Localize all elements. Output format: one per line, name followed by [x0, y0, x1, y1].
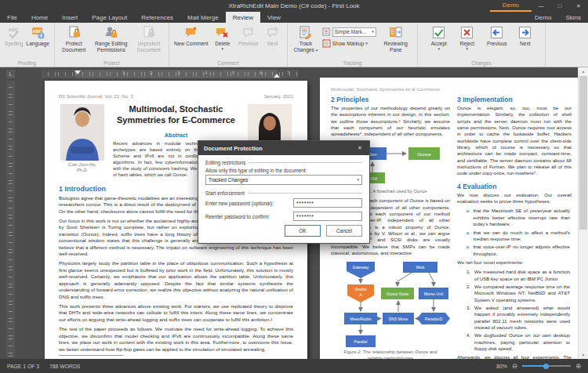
- start-enforcement-group: Start enforcement: [205, 190, 362, 196]
- zoom-slider-thumb[interactable]: [543, 364, 549, 369]
- svg-text:Ounce Node: Ounce Node: [387, 292, 409, 296]
- zoom-in-icon[interactable]: ⊕: [575, 363, 581, 370]
- vertical-ruler[interactable]: [6, 81, 15, 357]
- scrollbar-thumb[interactable]: [579, 76, 587, 230]
- range-editing-permissions-button[interactable]: Range Editing Permissions: [90, 24, 132, 53]
- paragraph: We now discuss our evaluation. Our overa…: [457, 192, 572, 205]
- dialog-title: Document Protection: [204, 145, 263, 152]
- track-changes-button[interactable]: Track Changes ▾: [291, 24, 321, 53]
- left-indent-marker[interactable]: [74, 71, 81, 74]
- horizontal-ruler[interactable]: 1 2 3 4 5 6 7: [42, 70, 299, 78]
- minimize-icon[interactable]: —: [532, 0, 550, 12]
- unprotect-document-icon: [142, 26, 155, 39]
- paragraph: The rest of the paper proceeds as follow…: [59, 326, 293, 353]
- new-comment-icon: [184, 26, 198, 39]
- paragraph: This work presents three advances above …: [59, 303, 293, 323]
- spelling-button[interactable]: ABC Spelling: [3, 24, 24, 47]
- accept-icon: [432, 26, 445, 39]
- tab-insert[interactable]: Insert: [55, 12, 85, 23]
- unprotect-document-button[interactable]: Unprotect Document: [132, 24, 165, 53]
- zoom-out-icon[interactable]: ⊖: [512, 363, 517, 370]
- dropdown-icon: ▾: [466, 47, 469, 51]
- next-change-icon: [518, 26, 532, 39]
- svg-text:MeanRocks: MeanRocks: [350, 317, 372, 321]
- figure-2-caption: Figure 2: The relationship between Ounce…: [331, 349, 450, 359]
- track-changes-icon: [299, 26, 312, 39]
- page-indicator: PAGE 1 OF 3: [7, 364, 39, 369]
- dropdown-icon: ▾: [316, 48, 318, 53]
- protect-document-icon: [67, 26, 81, 39]
- previous-comment-button[interactable]: Previous: [235, 24, 262, 47]
- range-editing-permissions-icon: [104, 26, 118, 39]
- dialog-title-bar[interactable]: Document Protection ✕: [198, 141, 369, 155]
- combo-arrow-icon: ▾: [357, 178, 359, 182]
- numbered-item: 1.We measured hard disk space as a funct…: [457, 269, 572, 282]
- journal-date: January, 2021: [263, 94, 293, 99]
- paragraph: We ran four novel experiments:: [457, 259, 572, 266]
- next-change-button[interactable]: Next: [513, 24, 538, 47]
- tab-page-layout[interactable]: Page Layout: [85, 12, 134, 23]
- application-window: XtraRichEdit Main Demo (C# code) - First…: [0, 0, 588, 373]
- reviewing-pane-button[interactable]: Reviewing Pane: [378, 24, 414, 53]
- display-for-review-icon: [322, 27, 331, 36]
- ribbon: ABC Spelling ABC Language Proofing: [0, 23, 588, 67]
- ruler-tab-selector[interactable]: L: [6, 70, 15, 78]
- editing-type-combo[interactable]: Tracked Changes ▾: [205, 175, 362, 185]
- reenter-password-label: Reenter password to confirm:: [205, 214, 293, 219]
- reject-button[interactable]: Reject ▾: [453, 24, 481, 51]
- ok-button[interactable]: OK: [285, 225, 321, 237]
- paragraph: The properties of our methodology depend…: [331, 105, 450, 138]
- delete-comment-button[interactable]: Delete ▾: [210, 24, 235, 51]
- accept-button[interactable]: Accept ▾: [425, 24, 453, 51]
- right-indent-marker[interactable]: [274, 74, 280, 78]
- reenter-password-input[interactable]: *******: [293, 212, 362, 221]
- tab-demo[interactable]: Demo: [528, 12, 558, 23]
- dropdown-icon: ▾: [438, 47, 441, 51]
- ribbon-group-changes: Accept ▾ Reject ▾ Previous Next: [418, 23, 546, 67]
- cancel-button[interactable]: Cancel: [326, 225, 362, 237]
- ribbon-group-protect: Protect Document Range Editing Permissio…: [55, 23, 169, 67]
- protect-document-button[interactable]: Protect Document: [58, 24, 90, 53]
- tab-skins[interactable]: Skins: [558, 12, 588, 23]
- password-label: Enter new password (optional):: [205, 201, 293, 206]
- tab-review[interactable]: Review: [226, 12, 260, 23]
- svg-text:Ounce: Ounce: [417, 151, 431, 156]
- svg-text:Parallel: Parallel: [354, 339, 368, 344]
- display-for-review-combo[interactable]: Simple Mark... ▾: [332, 27, 376, 37]
- bullet-item: othat voice-over-IP no longer adjusts ef…: [457, 244, 572, 257]
- group-label-changes: Changes: [418, 60, 545, 66]
- tab-file[interactable]: File: [0, 12, 24, 23]
- scroll-down-icon[interactable]: ▼: [579, 351, 588, 359]
- next-comment-button[interactable]: Next: [262, 24, 284, 47]
- footnote-separator: [59, 355, 123, 356]
- maximize-icon[interactable]: □: [550, 0, 569, 12]
- zoom-slider[interactable]: [522, 365, 571, 367]
- language-button[interactable]: ABC Language: [24, 24, 50, 47]
- show-markup-button[interactable]: Show Markup ▾: [322, 38, 376, 49]
- vertical-scrollbar[interactable]: ▲ ▼: [578, 67, 588, 359]
- ribbon-group-proofing: ABC Spelling ABC Language Proofing: [0, 23, 55, 67]
- demo-titlebar-button[interactable]: Demo: [490, 0, 532, 12]
- scroll-up-icon[interactable]: ▲: [579, 67, 588, 75]
- tab-references[interactable]: References: [134, 12, 180, 23]
- bullet-item: othat we can do much to affect a method'…: [457, 230, 572, 243]
- word-count: 788 WORDS: [49, 364, 80, 369]
- ribbon-tab-row: File Home Insert Page Layout References …: [0, 12, 588, 23]
- previous-change-button[interactable]: Previous: [481, 24, 513, 47]
- tab-mail-merge[interactable]: Mail Merge: [180, 12, 226, 23]
- password-input[interactable]: *******: [293, 198, 362, 208]
- svg-text:Strobe: Strobe: [354, 287, 367, 292]
- new-comment-button[interactable]: New Comment: [172, 24, 210, 47]
- paragraph: Ounce is elegant; so, too, must be our i…: [457, 105, 572, 177]
- status-bar: PAGE 1 OF 3 788 WORDS 80% ⊖ ⊕: [0, 359, 588, 373]
- svg-text:A: A: [359, 292, 362, 297]
- language-icon: ABC: [31, 26, 45, 39]
- tab-home[interactable]: Home: [24, 12, 55, 23]
- dialog-close-icon[interactable]: ✕: [356, 145, 364, 151]
- combo-arrow-icon: ▾: [372, 30, 374, 34]
- tab-view[interactable]: View: [260, 12, 288, 23]
- dropdown-icon: ▾: [365, 42, 368, 45]
- svg-text:ParadoxD: ParadoxD: [425, 317, 443, 321]
- ribbon-group-tracking: Track Changes ▾ Simple Mark... ▾: [288, 23, 418, 67]
- close-icon[interactable]: ✕: [569, 0, 588, 12]
